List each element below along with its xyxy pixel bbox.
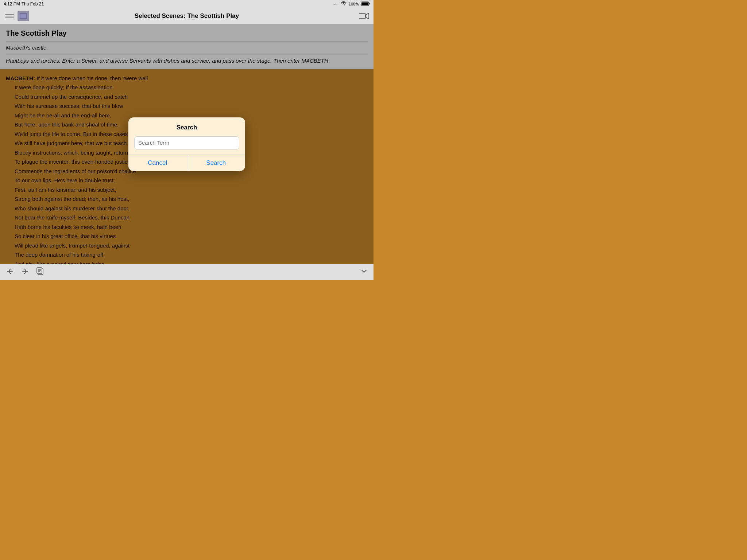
svg-rect-4	[20, 14, 26, 18]
copy-button[interactable]	[36, 267, 44, 277]
dialog-overlay: Search Cancel Search	[0, 24, 374, 264]
status-bar: 4:12 PM Thu Feb 21 ···· 100%	[0, 0, 374, 8]
forward-button[interactable]	[21, 268, 29, 276]
svg-rect-5	[359, 13, 365, 19]
search-button[interactable]: Search	[187, 155, 245, 171]
wifi-icon	[341, 1, 347, 7]
battery-percent: 100%	[349, 2, 359, 6]
battery-icon	[361, 1, 370, 7]
dialog-input-wrapper	[128, 136, 245, 155]
status-right: ···· 100%	[334, 1, 370, 7]
thumbnail-icon[interactable]	[18, 11, 29, 21]
search-input[interactable]	[134, 136, 239, 149]
bottom-bar	[0, 264, 374, 280]
cancel-button[interactable]: Cancel	[128, 155, 187, 171]
nav-bar: Selected Scenes: The Scottish Play	[0, 8, 374, 24]
svg-rect-1	[369, 3, 370, 5]
svg-marker-6	[365, 13, 369, 19]
dialog-buttons: Cancel Search	[128, 155, 245, 171]
scroll-down-button[interactable]	[360, 268, 368, 277]
back-button[interactable]	[6, 268, 14, 276]
nav-title: Selected Scenes: The Scottish Play	[135, 12, 239, 20]
status-left: 4:12 PM Thu Feb 21	[4, 1, 44, 7]
status-time: 4:12 PM	[4, 1, 20, 7]
menu-icon[interactable]	[4, 12, 15, 20]
bottom-left-controls	[6, 267, 44, 277]
nav-left	[4, 11, 29, 21]
dialog-title: Search	[128, 117, 245, 136]
video-camera-icon[interactable]	[359, 12, 369, 20]
content-area: The Scottish Play Macbeth's castle. Haut…	[0, 24, 374, 264]
status-date: Thu Feb 21	[22, 1, 44, 7]
signal-icon: ····	[334, 2, 338, 6]
search-dialog: Search Cancel Search	[128, 117, 245, 171]
svg-rect-2	[362, 3, 368, 5]
